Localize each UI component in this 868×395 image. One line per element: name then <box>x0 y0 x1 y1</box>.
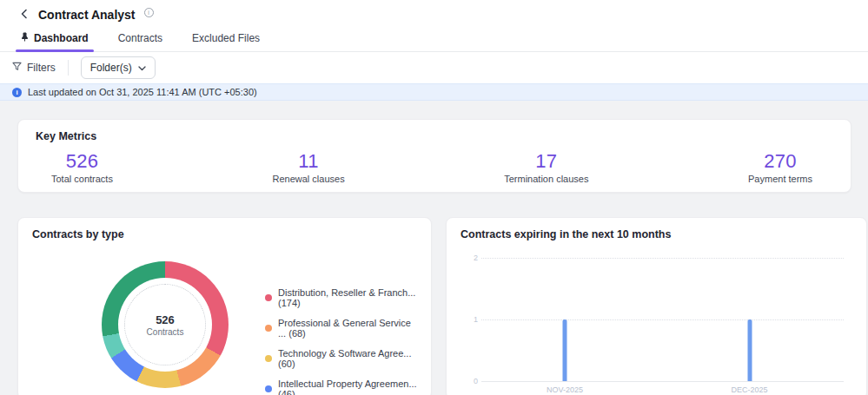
tab-contracts[interactable]: Contracts <box>116 30 164 51</box>
bar-NOV-2025[interactable] <box>562 319 567 381</box>
legend-dot <box>265 385 272 392</box>
legend-label: Technology & Software Agree... (60) <box>278 348 417 369</box>
donut-total-label: Contracts <box>147 327 184 337</box>
metric-label: Total contracts <box>51 174 113 184</box>
key-metrics-title: Key Metrics <box>36 130 833 142</box>
last-updated-banner: i Last updated on Oct 31, 2025 11:41 AM … <box>0 83 868 101</box>
tab-dashboard[interactable]: Dashboard <box>19 30 90 51</box>
metric-value: 526 <box>51 150 113 173</box>
y-tick-label: 2 <box>466 253 478 262</box>
donut-legend: Distribution, Reseller & Franch... (174)… <box>265 261 417 395</box>
legend-label: Professional & General Service ... (68) <box>278 318 417 339</box>
divider <box>68 60 69 76</box>
y-tick-label: 1 <box>466 315 478 324</box>
legend-item-3[interactable]: Intellectual Property Agreemen... (46) <box>265 379 417 395</box>
contracts-by-type-card: Contracts by type 526 Contracts Distribu… <box>17 217 432 395</box>
info-icon: i <box>12 88 22 97</box>
donut-total: 526 <box>156 313 175 326</box>
info-icon[interactable]: i <box>144 8 154 17</box>
bar-DEC-2025[interactable] <box>747 319 752 381</box>
folder-dropdown-label: Folder(s) <box>90 62 132 74</box>
expiring-contracts-card: Contracts expiring in the next 10 months… <box>446 217 867 395</box>
metric-label: Payment terms <box>748 174 812 184</box>
tab-label: Excluded Files <box>192 32 260 44</box>
chevron-left-icon <box>19 9 30 22</box>
legend-item-1[interactable]: Professional & General Service ... (68) <box>265 318 417 339</box>
legend-item-2[interactable]: Technology & Software Agree... (60) <box>265 348 417 369</box>
legend-label: Distribution, Reseller & Franch... (174) <box>278 287 417 308</box>
tab-bar: Dashboard Contracts Excluded Files <box>0 25 868 52</box>
legend-dot <box>265 294 272 301</box>
filters-label: Filters <box>27 62 56 74</box>
last-updated-text: Last updated on Oct 31, 2025 11:41 AM (U… <box>28 87 257 97</box>
page-header: Contract Analyst i Dashboard Contracts E… <box>0 0 868 52</box>
legend-label: Intellectual Property Agreemen... (46) <box>278 379 417 395</box>
filters-button[interactable]: Filters <box>12 62 56 74</box>
x-axis-line <box>481 381 844 382</box>
bar-chart: 210NOV-2025DEC-2025 <box>481 258 844 381</box>
gridline-y1 <box>481 319 844 320</box>
pin-icon <box>21 32 29 44</box>
metric-total-contracts: 526 Total contracts <box>51 150 113 184</box>
legend-item-0[interactable]: Distribution, Reseller & Franch... (174) <box>265 287 417 308</box>
metric-label: Renewal clauses <box>273 174 345 184</box>
legend-dot <box>265 355 272 362</box>
page-title: Contract Analyst <box>38 8 136 22</box>
donut-center: 526 Contracts <box>118 278 212 372</box>
back-button[interactable] <box>19 9 30 22</box>
bar-chart-title: Contracts expiring in the next 10 months <box>461 228 852 240</box>
metric-value: 17 <box>504 150 588 173</box>
metrics-row: 526 Total contracts 11 Renewal clauses 1… <box>36 142 833 184</box>
gridline-y2 <box>481 258 844 259</box>
tab-label: Contracts <box>118 32 162 44</box>
chevron-down-icon <box>138 62 146 74</box>
key-metrics-card: Key Metrics 526 Total contracts 11 Renew… <box>17 119 851 193</box>
folder-dropdown[interactable]: Folder(s) <box>81 56 156 79</box>
legend-dot <box>265 325 272 332</box>
funnel-icon <box>12 62 22 74</box>
tab-label: Dashboard <box>34 32 89 44</box>
donut-chart: 526 Contracts <box>102 261 229 388</box>
metric-termination-clauses: 17 Termination clauses <box>504 150 588 184</box>
metric-renewal-clauses: 11 Renewal clauses <box>273 150 345 184</box>
x-tick-label: NOV-2025 <box>547 385 583 394</box>
y-tick-label: 0 <box>466 377 478 385</box>
metric-value: 270 <box>748 150 812 173</box>
metric-label: Termination clauses <box>504 174 588 184</box>
x-tick-label: DEC-2025 <box>732 385 768 394</box>
filter-bar: Filters Folder(s) <box>0 52 868 83</box>
charts-row: Contracts by type 526 Contracts Distribu… <box>17 217 867 395</box>
metric-value: 11 <box>273 150 345 173</box>
tab-excluded-files[interactable]: Excluded Files <box>190 30 262 51</box>
donut-chart-title: Contracts by type <box>32 228 417 240</box>
metric-payment-terms: 270 Payment terms <box>748 150 812 184</box>
